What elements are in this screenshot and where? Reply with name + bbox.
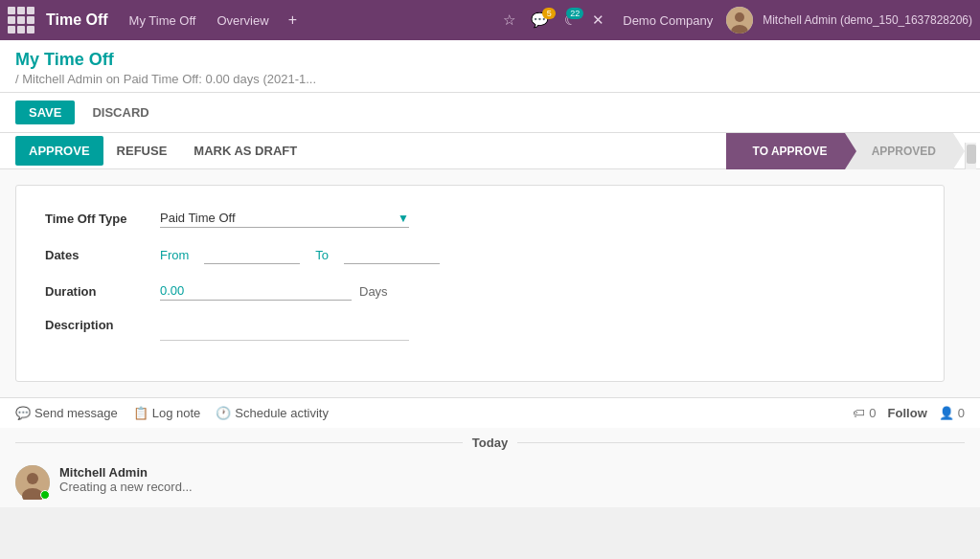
message-content: Mitchell Admin Creating a new record... (59, 465, 965, 494)
avatar-image (726, 7, 753, 34)
svg-point-1 (735, 12, 744, 22)
duration-row: Duration Days (45, 281, 915, 301)
nav-add-button[interactable]: + (283, 11, 303, 29)
chatter-bar: 💬 Send message 📋 Log note 🕐 Schedule act… (0, 397, 980, 428)
time-off-type-select-wrap[interactable]: Paid Time Off ▼ (160, 209, 409, 228)
refuse-button[interactable]: REFUSE (103, 136, 181, 166)
duration-input[interactable] (160, 281, 352, 301)
status-bar: APPROVE REFUSE MARK AS DRAFT TO APPROVE … (0, 133, 980, 169)
activities-count: 0 (869, 406, 876, 420)
today-divider: Today (0, 428, 980, 458)
followers-stat: 👤 0 (939, 406, 965, 420)
chat-icon[interactable]: 💬5 (526, 11, 554, 29)
followers-count: 0 (958, 406, 965, 420)
pipeline-approved[interactable]: APPROVED (845, 133, 953, 169)
description-row: Description (45, 318, 915, 341)
follow-button[interactable]: Follow (888, 406, 927, 420)
apps-grid-icon[interactable] (8, 7, 34, 34)
page-header: My Time Off / Mitchell Admin on Paid Tim… (0, 40, 980, 93)
duration-unit: Days (359, 284, 388, 299)
time-off-type-row: Time Off Type Paid Time Off ▼ (45, 209, 915, 228)
discard-button[interactable]: DISCARD (82, 101, 158, 124)
star-icon[interactable]: ☆ (498, 11, 520, 29)
chatter-right: 🏷 0 Follow 👤 0 (853, 406, 965, 420)
dates-label: Dates (45, 248, 160, 262)
svg-point-4 (27, 473, 38, 484)
duration-label: Duration (45, 284, 160, 299)
form-container: Time Off Type Paid Time Off ▼ Dates From… (0, 169, 980, 397)
send-message-action[interactable]: 💬 Send message (15, 406, 118, 420)
today-label: Today (463, 436, 517, 450)
form-card: Time Off Type Paid Time Off ▼ Dates From… (15, 185, 945, 382)
moon-icon[interactable]: ☾22 (559, 11, 581, 29)
save-button[interactable]: SAVE (15, 101, 75, 124)
app-title: Time Off (46, 11, 108, 29)
schedule-activity-action[interactable]: 🕐 Schedule activity (216, 406, 329, 420)
user-avatar[interactable] (726, 7, 753, 34)
to-label: To (315, 248, 329, 262)
schedule-activity-label: Schedule activity (235, 406, 329, 420)
chat-badge: 5 (542, 8, 556, 19)
time-off-type-label: Time Off Type (45, 212, 160, 226)
user-name: Mitchell Admin (demo_150_1637828206) (763, 13, 972, 27)
moon-badge: 22 (566, 8, 583, 19)
to-date-input[interactable] (344, 245, 440, 264)
pipeline: TO APPROVE APPROVED (726, 133, 953, 169)
company-name: Demo Company (615, 13, 720, 28)
today-line-left (15, 442, 463, 443)
schedule-activity-icon: 🕐 (216, 406, 231, 420)
description-label: Description (45, 318, 160, 332)
nav-overview[interactable]: Overview (209, 13, 276, 28)
send-message-label: Send message (34, 406, 118, 420)
log-note-action[interactable]: 📋 Log note (133, 406, 201, 420)
nav-my-time-off[interactable]: My Time Off (122, 13, 204, 28)
approve-button[interactable]: APPROVE (15, 136, 103, 166)
activities-icon: 🏷 (853, 406, 865, 420)
today-line-right (517, 442, 965, 443)
dates-row: Dates From To (45, 245, 915, 264)
select-arrow-icon: ▼ (398, 212, 409, 225)
action-bar: SAVE DISCARD (0, 93, 980, 133)
topnav: Time Off My Time Off Overview + ☆ 💬5 ☾22… (0, 0, 980, 40)
log-note-label: Log note (152, 406, 201, 420)
mark-as-draft-button[interactable]: MARK AS DRAFT (180, 136, 310, 166)
description-input[interactable] (160, 322, 409, 341)
log-note-icon: 📋 (133, 406, 148, 420)
message-text: Creating a new record... (59, 480, 965, 494)
message-avatar (15, 465, 50, 500)
activities-stat: 🏷 0 (853, 406, 876, 420)
breadcrumb: / Mitchell Admin on Paid Time Off: 0.00 … (15, 72, 965, 86)
from-label: From (160, 248, 189, 262)
close-icon[interactable]: ✕ (587, 11, 609, 29)
pipeline-to-approve[interactable]: TO APPROVE (726, 133, 845, 169)
time-off-type-select[interactable]: Paid Time Off (160, 209, 394, 227)
message-author: Mitchell Admin (59, 465, 965, 480)
avatar-online-status (40, 490, 50, 500)
send-message-icon: 💬 (15, 406, 31, 420)
from-date-input[interactable] (204, 245, 300, 264)
page-title: My Time Off (15, 50, 965, 70)
message-row: Mitchell Admin Creating a new record... (0, 458, 980, 507)
followers-icon: 👤 (939, 406, 954, 420)
